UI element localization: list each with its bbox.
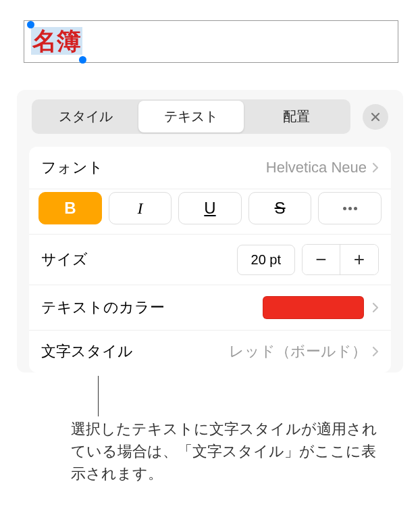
more-icon — [343, 207, 357, 210]
font-value: Helvetica Neue — [266, 159, 367, 176]
chevron-right-icon — [372, 302, 379, 313]
close-icon — [370, 112, 381, 122]
tab-arrange[interactable]: 配置 — [244, 101, 349, 132]
close-button[interactable] — [363, 104, 388, 130]
more-button[interactable] — [318, 192, 382, 224]
chevron-right-icon — [372, 346, 379, 357]
chevron-right-icon — [372, 162, 379, 173]
font-row[interactable]: フォント Helvetica Neue — [29, 147, 391, 189]
selected-text[interactable]: 名簿 — [31, 27, 82, 55]
size-value-field[interactable]: 20 pt — [237, 245, 295, 275]
callout-line — [98, 376, 99, 416]
selection-handle-bottom-right[interactable] — [79, 56, 86, 64]
underline-button[interactable]: U — [178, 192, 242, 224]
text-box[interactable]: 名簿 — [24, 20, 398, 63]
font-label: フォント — [41, 158, 103, 178]
annotation-text: 選択したテキストに文字スタイルが適用されている場合は、「文字スタイル」がここに表… — [71, 418, 388, 485]
size-stepper: − + — [302, 244, 379, 275]
selection-handle-top-left[interactable] — [27, 21, 34, 28]
text-color-label: テキストのカラー — [41, 297, 165, 318]
size-row: サイズ 20 pt − + — [29, 235, 391, 285]
format-panel: スタイル テキスト 配置 フォント Helvetica Neue B I U S — [17, 90, 403, 372]
size-decrease-button[interactable]: − — [303, 245, 340, 274]
text-box-container: 名簿 — [0, 0, 420, 76]
character-style-label: 文字スタイル — [41, 341, 133, 362]
tab-bar: スタイル テキスト 配置 — [17, 90, 403, 143]
size-increase-button[interactable]: + — [340, 245, 378, 274]
size-label: サイズ — [41, 249, 88, 270]
segmented-control: スタイル テキスト 配置 — [32, 99, 350, 134]
tab-text[interactable]: テキスト — [138, 101, 244, 132]
text-color-row[interactable]: テキストのカラー — [29, 285, 391, 331]
character-style-row[interactable]: 文字スタイル レッド（ボールド） — [29, 331, 391, 372]
color-swatch[interactable] — [263, 296, 364, 319]
content-card: フォント Helvetica Neue B I U S サイズ 20 pt − … — [29, 147, 391, 372]
bold-button[interactable]: B — [38, 192, 102, 224]
strikethrough-button[interactable]: S — [248, 192, 312, 224]
italic-button[interactable]: I — [109, 192, 172, 224]
format-buttons-row: B I U S — [29, 189, 391, 235]
character-style-value: レッド（ボールド） — [229, 341, 367, 362]
tab-style[interactable]: スタイル — [33, 101, 138, 132]
